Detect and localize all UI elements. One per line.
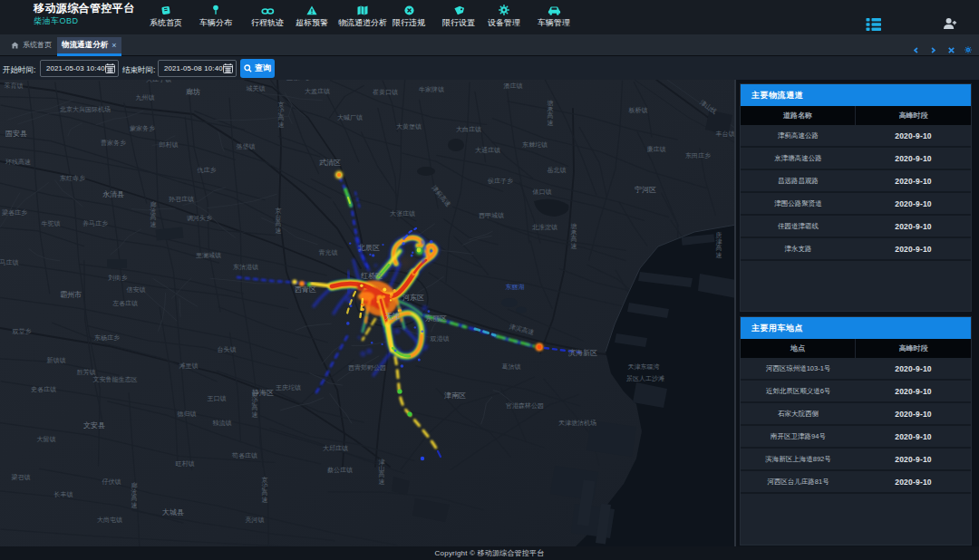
svg-text:大白庄镇: 大白庄镇 <box>456 126 481 133</box>
svg-text:固安县: 固安县 <box>5 130 27 138</box>
svg-text:牛家牌镇: 牛家牌镇 <box>419 86 444 93</box>
svg-text:津山高速: 津山高速 <box>379 459 385 485</box>
svg-text:京沪高速: 京沪高速 <box>262 477 268 503</box>
svg-text:仔伏镇: 仔伏镇 <box>102 478 121 486</box>
svg-text:德归镇: 德归镇 <box>178 410 197 418</box>
svg-text:北淮淀镇: 北淮淀镇 <box>532 224 557 231</box>
svg-text:大张庄镇: 大张庄镇 <box>390 210 415 217</box>
svg-text:官港森林公园: 官港森林公园 <box>506 402 544 410</box>
svg-text:亮河镇: 亮河镇 <box>246 516 265 524</box>
svg-text:北辰区: 北辰区 <box>357 244 380 252</box>
svg-text:旺村镇: 旺村镇 <box>176 460 195 468</box>
svg-text:采育镇: 采育镇 <box>5 82 24 90</box>
svg-text:台头镇: 台头镇 <box>218 346 237 353</box>
svg-text:霸州市: 霸州市 <box>60 291 82 299</box>
svg-text:大黄堡镇: 大黄堡镇 <box>396 123 422 130</box>
svg-text:郎村镇: 郎村镇 <box>160 141 179 149</box>
svg-text:梁各庄乡: 梁各庄乡 <box>2 208 27 217</box>
svg-text:双堂乡: 双堂乡 <box>13 328 32 335</box>
svg-text:牛驼镇: 牛驼镇 <box>42 220 61 227</box>
svg-text:天津东疆湾: 天津东疆湾 <box>628 363 660 371</box>
svg-text:大邱庄镇: 大邱庄镇 <box>323 445 348 452</box>
svg-text:里澜城镇: 里澜城镇 <box>196 252 221 259</box>
svg-text:廉庄镇: 廉庄镇 <box>647 146 666 153</box>
svg-text:长丰镇: 长丰镇 <box>54 491 73 498</box>
svg-text:潘庄镇: 潘庄镇 <box>504 82 523 90</box>
svg-text:梁召镇: 梁召镇 <box>12 473 31 481</box>
svg-text:廊沧高速: 廊沧高速 <box>150 201 157 227</box>
svg-text:塘承高速: 塘承高速 <box>570 223 577 249</box>
svg-text:东杨庄乡: 东杨庄乡 <box>94 334 120 342</box>
svg-text:河东区: 河东区 <box>402 294 424 302</box>
svg-text:文安鲁能生态区: 文安鲁能生态区 <box>93 375 138 383</box>
svg-text:独流镇: 独流镇 <box>213 420 232 427</box>
svg-text:九州镇: 九州镇 <box>136 94 155 101</box>
svg-text:崔黄口镇: 崔黄口镇 <box>373 89 398 96</box>
svg-text:滨海新区: 滨海新区 <box>568 349 597 357</box>
svg-text:宁河区: 宁河区 <box>635 186 656 194</box>
svg-text:大城县: 大城县 <box>162 508 184 517</box>
svg-text:板桥镇: 板桥镇 <box>628 107 648 114</box>
svg-text:京台高速: 京台高速 <box>276 208 282 234</box>
svg-text:胜芳镇: 胜芳镇 <box>77 369 96 376</box>
svg-text:葛沽镇: 葛沽镇 <box>502 363 521 371</box>
svg-text:东棘坨镇: 东棘坨镇 <box>522 141 548 149</box>
svg-text:丰台镇: 丰台镇 <box>716 130 735 138</box>
svg-text:俵口镇: 俵口镇 <box>533 188 552 196</box>
svg-text:大孟庄镇: 大孟庄镇 <box>305 88 330 95</box>
svg-text:城关镇: 城关镇 <box>246 84 266 92</box>
svg-text:大通庄镇: 大通庄镇 <box>475 146 500 154</box>
svg-text:景区人工沙滩: 景区人工沙滩 <box>626 375 664 382</box>
svg-text:文安县: 文安县 <box>83 421 105 430</box>
svg-text:东红寺乡: 东红寺乡 <box>60 175 85 182</box>
svg-text:京沪高速: 京沪高速 <box>252 391 258 418</box>
svg-text:双港镇: 双港镇 <box>431 335 450 343</box>
svg-text:新镇镇: 新镇镇 <box>47 356 66 364</box>
svg-text:王庆坨镇: 王庆坨镇 <box>276 384 301 391</box>
svg-text:养马庄乡: 养马庄乡 <box>82 220 108 227</box>
svg-text:刘街乡: 刘街乡 <box>108 275 128 282</box>
svg-text:马庄镇: 马庄镇 <box>0 259 19 266</box>
svg-text:西青郊野公园: 西青郊野公园 <box>348 364 386 372</box>
svg-text:京沪高速: 京沪高速 <box>278 101 285 128</box>
svg-text:落垡镇: 落垡镇 <box>237 143 256 150</box>
svg-text:蒙家务乡: 蒙家务乡 <box>130 125 155 132</box>
svg-text:廊沧高速: 廊沧高速 <box>131 482 138 508</box>
svg-text:津南区: 津南区 <box>444 391 466 400</box>
svg-text:天津: 天津 <box>385 312 401 321</box>
svg-text:天津塘沽机场: 天津塘沽机场 <box>558 420 596 427</box>
svg-text:左各庄镇: 左各庄镇 <box>112 300 138 307</box>
svg-text:塘承高速: 塘承高速 <box>547 100 554 126</box>
svg-text:侯庄子乡: 侯庄子乡 <box>488 178 513 185</box>
svg-text:曹家务乡: 曹家务乡 <box>101 140 126 147</box>
svg-text:东沽港镇: 东沽港镇 <box>233 264 258 271</box>
svg-text:唐津高速: 唐津高速 <box>716 231 722 258</box>
svg-text:东田庄乡: 东田庄乡 <box>685 152 711 159</box>
svg-text:大留镇: 大留镇 <box>37 436 56 443</box>
svg-text:东丽区: 东丽区 <box>425 314 447 323</box>
svg-text:北京大兴国际机场: 北京大兴国际机场 <box>60 106 111 113</box>
svg-text:环线高速: 环线高速 <box>5 159 31 165</box>
svg-text:孙召庄镇: 孙召庄镇 <box>169 196 194 203</box>
svg-text:永清县: 永清县 <box>102 190 124 198</box>
svg-text:调河头乡: 调河头乡 <box>187 215 212 222</box>
svg-text:大尚屯镇: 大尚屯镇 <box>97 517 122 524</box>
svg-text:西青区: 西青区 <box>295 285 316 294</box>
svg-text:东丽湖: 东丽湖 <box>506 284 525 291</box>
svg-text:滩里镇: 滩里镇 <box>179 362 199 370</box>
svg-text:岳北镇: 岳北镇 <box>548 167 567 174</box>
svg-text:武清区: 武清区 <box>319 159 341 167</box>
svg-text:青光镇: 青光镇 <box>319 249 338 256</box>
svg-text:蔡公庄镇: 蔡公庄镇 <box>327 467 353 474</box>
svg-text:仇庄乡: 仇庄乡 <box>198 167 217 174</box>
svg-text:大碱厂镇: 大碱厂镇 <box>337 114 363 121</box>
svg-text:西甲城镇: 西甲城镇 <box>479 212 504 219</box>
svg-text:廊坊: 廊坊 <box>186 88 200 96</box>
svg-text:红桥区: 红桥区 <box>361 272 383 280</box>
svg-text:信安镇: 信安镇 <box>127 286 146 294</box>
svg-text:苟各庄镇: 苟各庄镇 <box>231 452 257 459</box>
svg-text:王口镇: 王口镇 <box>208 395 227 402</box>
svg-text:史各庄镇: 史各庄镇 <box>31 386 56 393</box>
